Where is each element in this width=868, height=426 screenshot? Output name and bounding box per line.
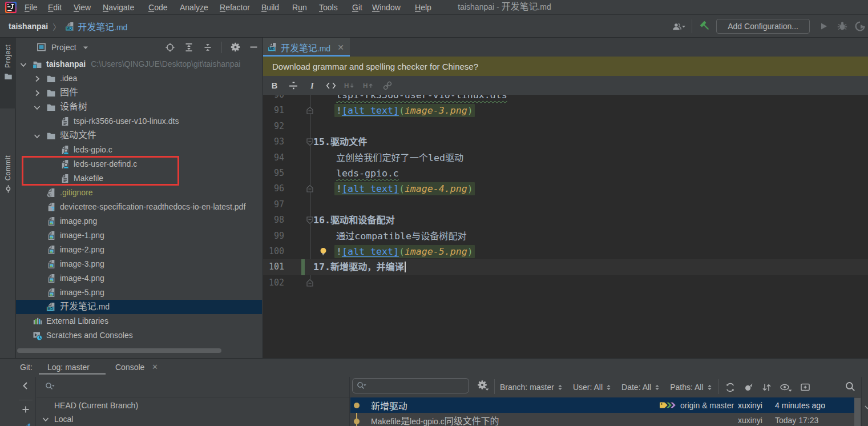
filter-branch[interactable]: Branch: master (500, 383, 564, 392)
tree-item-leds-gpio.c[interactable]: leds-gpio.c (16, 143, 262, 157)
add-icon[interactable] (21, 405, 30, 414)
editor-line-101[interactable]: 10117.新增驱动，并编译 (263, 259, 868, 275)
tree-item--.md[interactable]: MD开发笔记.md (16, 300, 262, 314)
commit-row[interactable]: 新增驱动origin & masterxuxinyi4 minutes ago (350, 397, 854, 413)
chevron-down-icon[interactable] (33, 131, 42, 140)
tree-item-devicetree-specification-readthedocs-io-en-latest.pdf[interactable]: ?devicetree-specification-readthedocs-io… (16, 200, 262, 214)
filter-paths[interactable]: Paths: All (670, 383, 713, 392)
view-options-eye-icon[interactable] (780, 382, 793, 393)
tree-item--[interactable]: 固件 (16, 86, 262, 100)
editor-line-96[interactable]: 96 ![alt text](image-4.png) (263, 181, 868, 196)
tree-item-image.png[interactable]: image.png (16, 214, 262, 228)
refresh-icon[interactable] (725, 382, 736, 393)
chevron-right-icon[interactable] (33, 89, 42, 98)
tree-item-External-Libraries[interactable]: External Libraries (16, 314, 262, 328)
editor-line-98[interactable]: 9816.驱动和设备配对 (263, 212, 868, 228)
editor-line-92[interactable]: 92 (263, 119, 868, 134)
branch-group-local[interactable]: Local (37, 412, 349, 426)
chevron-down-icon[interactable] (33, 103, 42, 112)
tree-item-taishanpai[interactable]: taishanpaiC:\Users\QINGJUE\Desktop\git\t… (16, 57, 262, 71)
add-configuration-button[interactable]: Add Configuration... (716, 19, 810, 34)
menu-navigate[interactable]: Navigate (103, 0, 134, 15)
md-code-icon[interactable] (325, 80, 337, 91)
editor-line-99[interactable]: 99 通过compatible与设备树配对 (263, 228, 868, 244)
tree-item-tspi-rk3566-user-v10-linux.dts[interactable]: tspi-rk3566-user-v10-linux.dts (16, 114, 262, 128)
editor-line-94[interactable]: 94 立创给我们定好了一个led驱动 (263, 150, 868, 166)
menu-build[interactable]: Build (261, 0, 279, 15)
menu-git[interactable]: Git (352, 0, 362, 15)
profiler-icon[interactable] (853, 19, 867, 34)
back-icon[interactable] (21, 381, 30, 390)
search-icon[interactable] (45, 381, 55, 392)
menu-analyze[interactable]: Analyze (180, 0, 208, 15)
intellij-logo-icon[interactable] (5, 2, 17, 13)
editor-line-97[interactable]: 97 (263, 197, 868, 212)
fold-marker-up[interactable] (306, 279, 314, 287)
filter-date[interactable]: Date: All (621, 383, 661, 392)
hide-panel-icon[interactable] (249, 42, 259, 52)
git-tab-console[interactable]: Console (115, 359, 144, 377)
menu-file[interactable]: File (25, 0, 38, 15)
stripe-tab-project[interactable]: Project (0, 38, 16, 108)
branch-item-head[interactable]: HEAD (Current Branch) (37, 399, 349, 412)
menu-view[interactable]: View (74, 0, 91, 15)
details-chevron-icon[interactable] (863, 403, 868, 411)
fold-marker-up[interactable] (306, 184, 314, 193)
find-icon[interactable] (845, 381, 856, 392)
editor[interactable]: 90 tspi-rk3566-user-v10-linux.dts91 ![al… (263, 95, 868, 358)
run-icon[interactable] (816, 19, 831, 34)
fold-marker-down[interactable] (306, 216, 314, 224)
tree-item-image-2.png[interactable]: image-2.png (16, 243, 262, 257)
editor-line-91[interactable]: 91 ![alt text](image-3.png) (263, 103, 868, 118)
fold-marker-down[interactable] (306, 138, 314, 146)
commit-row[interactable]: Makefile是led-gpio.c同级文件下的xuxinyiToday 17… (350, 413, 854, 426)
tree-item--[interactable]: 驱动文件 (16, 128, 262, 143)
breadcrumb-file[interactable]: 开发笔记.md (78, 19, 127, 33)
tree-item-Makefile[interactable]: Makefile (16, 171, 262, 186)
go-to-hash-icon[interactable] (800, 382, 812, 393)
build-hammer-icon[interactable] (698, 19, 713, 34)
menu-code[interactable]: Code (148, 0, 167, 15)
tree-item-image-1.png[interactable]: image-1.png (16, 228, 262, 243)
menu-refactor[interactable]: Refactor (220, 0, 250, 15)
chevron-right-icon[interactable] (33, 74, 42, 83)
md-italic-icon[interactable]: I (306, 80, 318, 91)
select-opened-file-icon[interactable] (165, 42, 175, 53)
user-accounts-icon[interactable] (671, 19, 686, 34)
log-search-field[interactable] (352, 378, 469, 393)
tree-item-.gitignore[interactable]: .gitignore (16, 186, 262, 200)
tree-item--[interactable]: 设备树 (16, 100, 262, 114)
editor-line-102[interactable]: 102 (263, 275, 868, 291)
md-strikethrough-icon[interactable] (288, 80, 299, 91)
console-tab-close-icon[interactable]: ✕ (152, 364, 159, 371)
tree-item-.idea[interactable]: .idea (16, 71, 262, 86)
stripe-tab-commit[interactable]: Commit (0, 155, 16, 193)
collapse-all-icon[interactable] (203, 42, 213, 53)
menu-window[interactable]: Window (372, 0, 401, 15)
paint-icon[interactable] (21, 421, 30, 426)
settings-gear-icon[interactable] (231, 42, 240, 52)
intellisort-icon[interactable] (743, 382, 754, 393)
filter-user[interactable]: User: All (573, 383, 612, 392)
editor-line-100[interactable]: 100 ![alt text](image-5.png) (263, 244, 868, 259)
editor-line-95[interactable]: 95 leds-gpio.c (263, 166, 868, 181)
tree-item-Scratches-and-Consoles[interactable]: Scratches and Consoles (16, 328, 262, 343)
chevron-down-icon[interactable] (19, 60, 28, 69)
tree-item-image-3.png[interactable]: image-3.png (16, 257, 262, 271)
expand-all-icon[interactable] (184, 42, 194, 53)
menu-tools[interactable]: Tools (319, 0, 338, 15)
debug-icon[interactable] (835, 19, 850, 34)
tree-item-image-5.png[interactable]: image-5.png (16, 286, 262, 300)
menu-help[interactable]: Help (415, 0, 431, 15)
tab-close-icon[interactable]: ✕ (337, 43, 344, 52)
fold-marker-up[interactable] (306, 106, 314, 115)
breadcrumb-project[interactable]: taishanpai (9, 22, 48, 31)
vertical-scrollbar[interactable] (854, 398, 861, 426)
project-view-selector[interactable]: Project (37, 38, 90, 57)
menu-run[interactable]: Run (292, 0, 307, 15)
md-bold-icon[interactable]: B (269, 80, 280, 91)
editor-tab[interactable]: MD 开发笔记.md ✕ (263, 38, 350, 57)
editor-line-90[interactable]: 90 tspi-rk3566-user-v10-linux.dts (263, 95, 868, 103)
horizontal-scrollbar[interactable] (17, 348, 221, 353)
menu-edit[interactable]: Edit (48, 0, 62, 15)
